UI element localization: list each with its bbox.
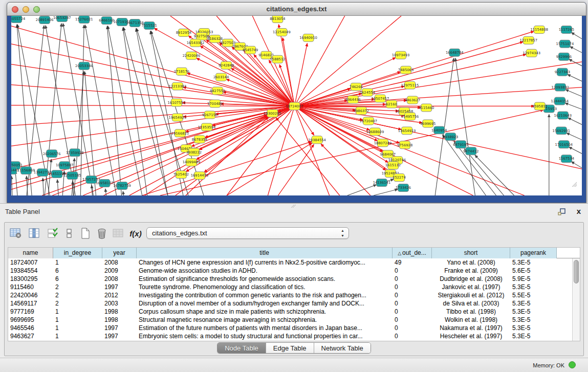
cell-year[interactable]: 2012 xyxy=(102,291,137,299)
graph-node-15276021[interactable]: 15276021 xyxy=(75,16,93,23)
graph-node-8938923[interactable]: 8938923 xyxy=(443,133,458,141)
graph-node-12975115[interactable]: 12975115 xyxy=(401,81,419,89)
cell-out_de[interactable]: 0 xyxy=(393,291,432,299)
cell-in_degree[interactable]: 2 xyxy=(53,291,102,299)
cell-name[interactable]: 9699695 xyxy=(8,316,53,324)
cell-pagerank[interactable]: 5.6E-5 xyxy=(510,267,557,275)
network-graph[interactable]: 1405572420891406106532871527602164661601… xyxy=(11,16,582,195)
graph-node-22420046[interactable]: 22420046 xyxy=(183,52,201,59)
graph-node-9267150[interactable]: 9267150 xyxy=(202,111,217,119)
cell-title[interactable]: Embryonic stem cells: a model to study s… xyxy=(137,332,393,340)
graph-node-16210643[interactable]: 16210643 xyxy=(554,112,572,119)
graph-node-1595811[interactable]: 1595811 xyxy=(532,102,548,110)
cell-out_de[interactable]: 0 xyxy=(393,267,432,275)
graph-node-1733426[interactable]: 1733426 xyxy=(396,184,411,192)
graph-node-11154808[interactable]: 11154808 xyxy=(530,26,548,33)
graph-node-9242848[interactable]: 9242848 xyxy=(219,61,234,69)
graph-node-62160[interactable]: 62160 xyxy=(386,100,397,108)
cell-pagerank[interactable]: 5.3E-5 xyxy=(510,332,557,340)
tab-network-table[interactable]: Network Table xyxy=(314,343,371,353)
graph-node-8912954[interactable]: 8912954 xyxy=(176,29,191,36)
cell-name[interactable]: 9777169 xyxy=(8,308,53,316)
cell-in_degree[interactable]: 1 xyxy=(53,316,102,324)
function-builder-button[interactable]: f(x) xyxy=(128,226,143,240)
window-titlebar[interactable]: citations_edges.txt xyxy=(7,3,586,16)
column-header-in_degree[interactable]: in_degree xyxy=(53,248,102,258)
graph-node-9474412[interactable]: 9474412 xyxy=(463,147,478,155)
cell-short[interactable]: Hescheler et al. (1997) xyxy=(432,332,510,340)
graph-node-8678354[interactable]: 8678354 xyxy=(192,136,207,143)
graph-node-252274[interactable]: 252274 xyxy=(393,174,406,182)
graph-node-7485063[interactable]: 7485063 xyxy=(398,66,413,74)
close-panel-icon[interactable]: x xyxy=(577,207,581,215)
cell-out_de[interactable]: 0 xyxy=(393,308,432,316)
cell-in_degree[interactable]: 1 xyxy=(53,324,102,332)
cell-pagerank[interactable]: 5.3E-5 xyxy=(510,299,557,308)
cell-out_de[interactable]: 0 xyxy=(393,324,432,332)
graph-node-12974343[interactable]: 12974343 xyxy=(522,49,540,57)
graph-node-16648784[interactable]: 16648784 xyxy=(446,49,464,56)
table-row[interactable]: 969969511998Structural magnetic resonanc… xyxy=(8,316,580,324)
graph-node-14055724[interactable]: 14055724 xyxy=(11,16,25,23)
table-row[interactable]: 1872400712008Changes of HCN gene express… xyxy=(8,258,580,267)
graph-node-8427552[interactable]: 8427552 xyxy=(210,87,225,95)
cell-in_degree[interactable]: 6 xyxy=(53,267,102,275)
table-row[interactable]: 2242004622012Investigating the contribut… xyxy=(8,291,580,299)
show-column-button[interactable] xyxy=(27,226,41,240)
rows-button[interactable] xyxy=(62,226,76,240)
column-header-pagerank[interactable]: pagerank xyxy=(510,248,557,258)
graph-node-12217857[interactable]: 12217857 xyxy=(519,36,537,44)
cell-out_de[interactable]: 0 xyxy=(393,332,432,340)
cell-pagerank[interactable]: 5.3E-5 xyxy=(510,324,557,332)
graph-node-10653287[interactable]: 10653287 xyxy=(53,16,71,21)
table-row[interactable]: 977716911998Corpus callosum shape and si… xyxy=(8,308,580,316)
table-row[interactable]: 1456911722003Disruption of a novel membe… xyxy=(8,299,580,308)
cell-short[interactable]: de Silva et al. (2003) xyxy=(432,299,510,308)
graph-node-12254049[interactable]: 12254049 xyxy=(273,28,291,36)
graph-node-1624554[interactable]: 1624554 xyxy=(360,89,375,96)
table-settings-button[interactable] xyxy=(9,226,23,240)
graph-node-9115460[interactable]: 9115460 xyxy=(419,104,434,112)
cell-out_de[interactable]: 0 xyxy=(393,275,432,283)
graph-node-8813054[interactable]: 8813054 xyxy=(270,16,285,23)
graph-node-19384554[interactable]: 19384554 xyxy=(308,136,326,144)
cell-year[interactable]: 1998 xyxy=(102,308,137,316)
table-body[interactable]: 1872400712008Changes of HCN gene express… xyxy=(8,258,580,340)
column-header-name[interactable]: name xyxy=(8,248,53,258)
cell-short[interactable]: Franke et al. (2009) xyxy=(432,267,510,275)
cell-year[interactable]: 1997 xyxy=(102,283,137,291)
new-document-button[interactable] xyxy=(78,226,93,240)
cell-year[interactable]: 1997 xyxy=(102,324,137,332)
tab-edge-table[interactable]: Edge Table xyxy=(266,343,314,353)
cell-pagerank[interactable]: 5.3E-5 xyxy=(510,316,557,324)
cell-name[interactable]: 14569117 xyxy=(8,299,53,308)
cell-name[interactable]: 18300295 xyxy=(8,275,53,283)
scrollbar-thumb[interactable] xyxy=(574,260,579,283)
graph-node-746266[interactable]: 746266 xyxy=(350,83,363,91)
graph-node-8545749[interactable]: 8545749 xyxy=(243,46,258,54)
column-header-title[interactable]: title xyxy=(137,248,393,258)
graph-node-1117265[interactable]: 1117265 xyxy=(559,26,574,33)
cell-short[interactable]: Yano et al. (2008) xyxy=(432,258,510,267)
delete-table-button[interactable] xyxy=(95,226,109,240)
cell-name[interactable]: 18724007 xyxy=(8,258,53,267)
cell-short[interactable]: Nakamura et al. (1997) xyxy=(432,324,510,332)
graph-node-12444154[interactable]: 12444154 xyxy=(551,97,569,105)
graph-node-3938222[interactable]: 3938222 xyxy=(186,148,202,156)
graph-node-9329966[interactable]: 9329966 xyxy=(556,53,572,60)
table-selector-dropdown[interactable]: citations_edges.txt ▲▼ xyxy=(146,227,349,239)
cell-name[interactable]: 9465546 xyxy=(8,324,53,332)
cell-pagerank[interactable]: 5.3E-5 xyxy=(510,283,557,291)
cell-pagerank[interactable]: 5.3E-5 xyxy=(510,308,557,316)
graph-node-12505185[interactable]: 12505185 xyxy=(63,172,81,180)
graph-node-14136141[interactable]: 14136141 xyxy=(373,179,391,187)
cell-in_degree[interactable]: 2 xyxy=(53,299,102,308)
graph-node-7625402[interactable]: 7625402 xyxy=(173,171,189,179)
graph-node-16782759[interactable]: 16782759 xyxy=(113,182,131,190)
cell-title[interactable]: Investigating the contribution of common… xyxy=(137,291,393,299)
graph-node-1167534[interactable]: 1167534 xyxy=(559,155,574,163)
cell-in_degree[interactable]: 6 xyxy=(53,275,102,283)
cell-title[interactable]: Estimation of significance thresholds fo… xyxy=(137,275,393,283)
canvas-resize-grip[interactable] xyxy=(571,181,577,187)
cell-pagerank[interactable]: 5.9E-5 xyxy=(510,275,557,283)
